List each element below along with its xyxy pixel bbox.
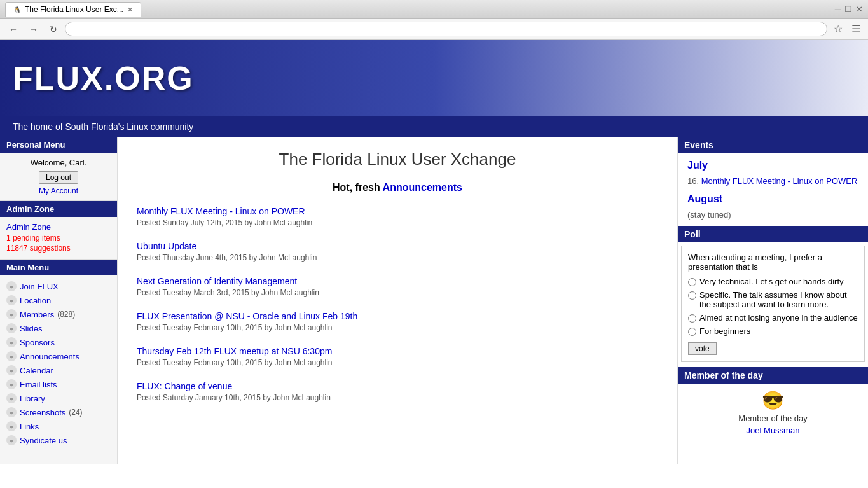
page-wrapper: FLUX.ORG The home of South Florida's Lin… bbox=[0, 40, 868, 464]
post-title-link[interactable]: FLUX: Change of venue bbox=[137, 381, 658, 391]
bookmark-star-icon[interactable]: ☆ bbox=[831, 22, 845, 36]
menu-item: ● Sponsors bbox=[6, 335, 111, 349]
back-button[interactable]: ← bbox=[5, 22, 22, 36]
menu-bullet-icon: ● bbox=[6, 337, 17, 347]
menu-bullet-icon: ● bbox=[6, 309, 17, 319]
menu-icon[interactable]: ☰ bbox=[849, 22, 863, 36]
post-title-link[interactable]: Thursday Feb 12th FLUX meetup at NSU 6:3… bbox=[137, 346, 658, 356]
menu-item: ● Join FLUX bbox=[6, 279, 111, 293]
poll-content: When attending a meeting, I prefer a pre… bbox=[681, 246, 865, 362]
menu-bullet-icon: ● bbox=[6, 407, 17, 417]
poll-radio[interactable] bbox=[688, 314, 696, 323]
tab-close-button[interactable]: ✕ bbox=[127, 6, 133, 14]
poll-title: Poll bbox=[678, 226, 868, 242]
admin-zone-title: Admin Zone bbox=[0, 201, 117, 217]
left-sidebar: Personal Menu Welcome, Carl. Log out My … bbox=[0, 137, 118, 464]
member-day-content: 😎 Member of the day Joel Mussman bbox=[678, 384, 868, 442]
post-item: Thursday Feb 12th FLUX meetup at NSU 6:3… bbox=[137, 346, 658, 370]
page-title: The Florida Linux User Xchange bbox=[137, 150, 658, 169]
announcements-link[interactable]: Announcements bbox=[383, 182, 462, 193]
poll-question: When attending a meeting, I prefer a pre… bbox=[688, 253, 858, 272]
reload-button[interactable]: ↻ bbox=[46, 22, 61, 36]
poll-option-text: Very technical. Let's get our hands dirt… bbox=[699, 277, 844, 286]
admin-zone-content: Admin Zone 1 pending items 11847 suggest… bbox=[0, 217, 117, 260]
menu-bullet-icon: ● bbox=[6, 421, 17, 431]
my-account-link[interactable]: My Account bbox=[6, 186, 111, 195]
main-layout: Personal Menu Welcome, Carl. Log out My … bbox=[0, 137, 868, 464]
menu-bullet-icon: ● bbox=[6, 379, 17, 389]
browser-tab[interactable]: 🐧 The Florida Linux User Exc... ✕ bbox=[5, 2, 141, 17]
main-content: The Florida Linux User Xchange Hot, fres… bbox=[118, 137, 677, 464]
post-title-link[interactable]: Next Generation of Identity Management bbox=[137, 276, 658, 286]
menu-link[interactable]: Members bbox=[20, 310, 54, 319]
main-menu-content: ● Join FLUX ● Location ● Members (828) ●… bbox=[0, 275, 117, 451]
menu-item: ● Screenshots (24) bbox=[6, 405, 111, 419]
member-day-link[interactable]: Joel Mussman bbox=[747, 426, 800, 435]
address-bar[interactable]: www.flux.org bbox=[65, 22, 827, 36]
menu-item: ● Location bbox=[6, 293, 111, 307]
menu-count: (828) bbox=[57, 310, 75, 319]
post-meta: Posted Tuesday February 10th, 2015 by Jo… bbox=[137, 358, 658, 367]
menu-link[interactable]: Location bbox=[20, 296, 51, 305]
personal-menu-title: Personal Menu bbox=[0, 137, 117, 153]
close-button[interactable]: ✕ bbox=[856, 4, 863, 14]
post-title-link[interactable]: Monthly FLUX Meeting - Linux on POWER bbox=[137, 206, 658, 216]
menu-link[interactable]: Email lists bbox=[20, 380, 57, 389]
menu-link[interactable]: Syndicate us bbox=[20, 436, 67, 445]
site-logo: FLUX.ORG bbox=[13, 59, 194, 97]
personal-menu-content: Welcome, Carl. Log out My Account bbox=[0, 153, 117, 201]
post-title-link[interactable]: Ubuntu Update bbox=[137, 241, 658, 251]
post-meta: Posted Tuesday March 3rd, 2015 by John M… bbox=[137, 288, 658, 297]
poll-radio[interactable] bbox=[688, 278, 696, 286]
menu-item: ● Syndicate us bbox=[6, 433, 111, 447]
menu-bullet-icon: ● bbox=[6, 281, 17, 291]
pending-items-link[interactable]: 1 pending items bbox=[6, 234, 111, 242]
menu-link[interactable]: Announcements bbox=[20, 352, 79, 361]
event-title-link[interactable]: Monthly FLUX Meeting - Linux on POWER bbox=[701, 176, 858, 186]
july-month-link[interactable]: July bbox=[687, 160, 858, 171]
browser-titlebar: 🐧 The Florida Linux User Exc... ✕ ─ ☐ ✕ bbox=[0, 0, 868, 19]
poll-radio[interactable] bbox=[688, 328, 696, 336]
post-meta: Posted Thursday June 4th, 2015 by John M… bbox=[137, 253, 658, 262]
post-item: Next Generation of Identity Management P… bbox=[137, 276, 658, 300]
menu-item: ● Links bbox=[6, 419, 111, 433]
stay-tuned: (stay tuned) bbox=[687, 210, 858, 220]
poll-option-text: Aimed at not losing anyone in the audien… bbox=[699, 313, 858, 323]
minimize-button[interactable]: ─ bbox=[835, 4, 841, 14]
post-item: FLUX Presentation @ NSU - Oracle and Lin… bbox=[137, 311, 658, 335]
poll-option: Very technical. Let's get our hands dirt… bbox=[688, 277, 858, 286]
member-day-text: Member of the day bbox=[687, 414, 858, 423]
menu-count: (24) bbox=[69, 408, 82, 417]
post-meta: Posted Saturday January 10th, 2015 by Jo… bbox=[137, 393, 658, 402]
post-title-link[interactable]: FLUX Presentation @ NSU - Oracle and Lin… bbox=[137, 311, 658, 321]
browser-chrome: 🐧 The Florida Linux User Exc... ✕ ─ ☐ ✕ … bbox=[0, 0, 868, 40]
maximize-button[interactable]: ☐ bbox=[844, 4, 852, 14]
suggestions-link[interactable]: 11847 suggestions bbox=[6, 244, 111, 253]
menu-item: ● Slides bbox=[6, 321, 111, 335]
forward-button[interactable]: → bbox=[25, 22, 42, 36]
post-item: FLUX: Change of venue Posted Saturday Ja… bbox=[137, 381, 658, 405]
menu-link[interactable]: Library bbox=[20, 394, 45, 403]
menu-link[interactable]: Calendar bbox=[20, 366, 53, 375]
events-content: July 16. Monthly FLUX Meeting - Linux on… bbox=[678, 153, 868, 226]
poll-radio[interactable] bbox=[688, 291, 696, 300]
menu-link[interactable]: Screenshots bbox=[20, 408, 65, 417]
menu-bullet-icon: ● bbox=[6, 295, 17, 305]
event-item: 16. Monthly FLUX Meeting - Linux on POWE… bbox=[687, 176, 858, 186]
site-tagline: The home of South Florida's Linux commun… bbox=[0, 116, 868, 137]
tab-title: The Florida Linux User Exc... bbox=[25, 5, 123, 14]
announcements-prefix: Hot, fresh bbox=[333, 182, 383, 193]
menu-link[interactable]: Join FLUX bbox=[20, 282, 59, 291]
logout-button[interactable]: Log out bbox=[39, 171, 78, 184]
admin-zone-link[interactable]: Admin Zone bbox=[6, 222, 111, 232]
events-title: Events bbox=[678, 137, 868, 153]
august-month-link[interactable]: August bbox=[687, 193, 858, 205]
menu-link[interactable]: Slides bbox=[20, 324, 42, 333]
post-meta: Posted Sunday July 12th, 2015 by John Mc… bbox=[137, 218, 658, 227]
member-emoji: 😎 bbox=[687, 390, 858, 411]
menu-link[interactable]: Sponsors bbox=[20, 338, 55, 347]
main-menu-title: Main Menu bbox=[0, 260, 117, 275]
menu-link[interactable]: Links bbox=[20, 422, 39, 431]
menu-bullet-icon: ● bbox=[6, 365, 17, 375]
vote-button[interactable]: vote bbox=[688, 342, 717, 355]
